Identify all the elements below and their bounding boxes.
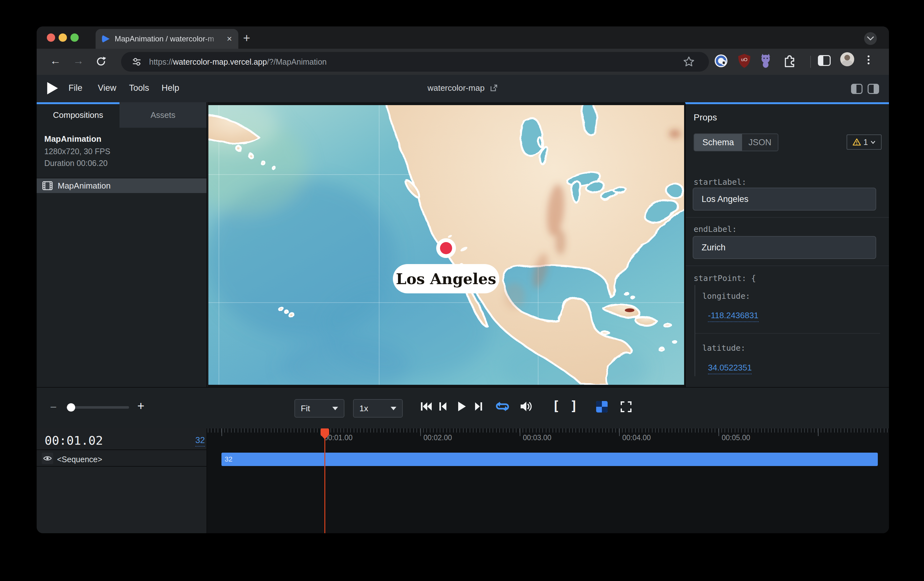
open-external-icon[interactable] (490, 84, 498, 92)
latitude-value[interactable]: 34.0522351 (708, 363, 752, 374)
field-key-endlabel: endLabel: (694, 225, 737, 234)
timeline-left-panel: 00:01.02 32 <Sequence> (36, 428, 207, 533)
tab-compositions[interactable]: Compositions (36, 102, 119, 128)
project-title[interactable]: watercolor-map (427, 83, 485, 93)
sequence-bar-label: 32 (224, 455, 232, 464)
close-tab-icon[interactable]: × (227, 35, 232, 43)
project-title-wrap: watercolor-map (36, 83, 889, 93)
field-key-longitude: longitude: (702, 291, 750, 301)
video-preview-canvas[interactable]: Los Angeles (208, 102, 685, 387)
refined-github-extension-icon[interactable] (759, 53, 773, 68)
sequence-track-bar[interactable]: 32 (221, 453, 878, 466)
bookmark-star-icon[interactable] (683, 56, 695, 68)
extensions-puzzle-icon[interactable] (783, 54, 796, 67)
tab-schema[interactable]: Schema (694, 134, 742, 151)
sequence-layer-name[interactable]: <Sequence> (57, 455, 102, 464)
url-text: https://watercolor-map.vercel.app/?/MapA… (149, 58, 327, 67)
field-key-startpoint: startPoint: { (694, 273, 756, 283)
timeline: 00:01.00 00:02.00 00:03.00 00:04.00 00:0… (36, 428, 889, 533)
composition-item-label: MapAnimation (58, 181, 111, 191)
forward-button[interactable]: → (73, 54, 84, 67)
app-menu-bar: File View Tools Help watercolor-map (36, 75, 889, 102)
map-hispaniola (635, 317, 657, 326)
set-out-point-button[interactable]: ] (570, 398, 578, 413)
longitude-value[interactable]: -118.2436831 (708, 311, 759, 322)
ruler-label: 00:03.00 (523, 433, 551, 442)
current-frame[interactable]: 32 (195, 435, 205, 446)
props-mode-switch: Schema JSON (694, 133, 779, 151)
toggle-right-panel-icon[interactable] (868, 84, 879, 94)
indent-guide (695, 285, 695, 376)
browser-menu-icon[interactable] (868, 54, 870, 66)
speed-dropdown[interactable]: 1x (353, 399, 403, 418)
reload-icon[interactable] (95, 56, 107, 67)
tab-search-button[interactable] (864, 32, 877, 45)
loop-toggle[interactable] (495, 400, 510, 413)
desktop: MapAnimation / watercolor-m × + ← → http… (0, 0, 924, 581)
browser-window: MapAnimation / watercolor-m × + ← → http… (36, 26, 889, 533)
map-cuba-highlight (625, 308, 634, 312)
jump-to-start-button[interactable] (420, 401, 432, 412)
composition-list-item[interactable]: MapAnimation (36, 178, 206, 193)
new-tab-button[interactable]: + (243, 33, 250, 42)
playhead-line (324, 428, 325, 533)
maximize-window-button[interactable] (71, 33, 79, 42)
warning-icon (853, 138, 861, 146)
field-key-startlabel: startLabel: (694, 178, 746, 187)
browser-tab[interactable]: MapAnimation / watercolor-m × (96, 29, 238, 49)
toggle-left-panel-icon[interactable] (851, 84, 863, 94)
profile-avatar[interactable] (840, 52, 854, 66)
volume-button[interactable] (520, 400, 533, 413)
composition-name: MapAnimation (44, 134, 101, 144)
zoom-out-button[interactable]: − (50, 400, 57, 414)
map-marker-dot (440, 242, 452, 254)
player-bar: − + Fit 1x [ ] (36, 387, 889, 428)
composition-duration: Duration 00:06.20 (44, 159, 108, 168)
play-button[interactable] (457, 401, 466, 412)
transparency-toggle[interactable] (596, 401, 607, 413)
zoom-in-button[interactable]: + (137, 399, 144, 413)
remotion-favicon-icon (102, 35, 110, 43)
ublock-extension-icon[interactable]: uO (738, 53, 751, 69)
ruler-label: 00:04.00 (622, 433, 651, 442)
back-button[interactable]: ← (50, 54, 61, 67)
onepassword-extension-icon[interactable] (714, 54, 728, 68)
field-key-latitude: latitude: (702, 343, 745, 352)
startlabel-input[interactable]: Los Angeles (693, 188, 876, 211)
side-panel-icon[interactable] (818, 55, 831, 66)
site-info-icon[interactable] (132, 57, 142, 67)
url-bar[interactable]: https://watercolor-map.vercel.app/?/MapA… (121, 52, 709, 72)
tab-title: MapAnimation / watercolor-m (115, 35, 224, 43)
chevron-down-icon (871, 140, 876, 144)
close-window-button[interactable] (47, 33, 55, 42)
tab-assets[interactable]: Assets (119, 102, 206, 128)
eye-icon (43, 456, 52, 461)
film-icon (42, 181, 53, 190)
composition-specs: 1280x720, 30 FPS (44, 147, 110, 156)
zoom-slider-thumb[interactable] (67, 403, 75, 411)
props-panel: Props Schema JSON 1 startLabel: Los Ange… (685, 102, 889, 387)
fullscreen-button[interactable] (620, 401, 632, 413)
compositions-sidebar: Compositions Assets MapAnimation 1280x72… (36, 102, 207, 387)
timeline-ruler-ticks[interactable] (208, 428, 889, 433)
watercolor-map: Los Angeles (208, 105, 684, 385)
tab-json[interactable]: JSON (742, 134, 778, 151)
jump-to-end-button[interactable] (474, 401, 483, 412)
chevron-down-icon (867, 36, 874, 41)
zoom-slider[interactable] (66, 406, 129, 409)
previous-frame-button[interactable] (439, 401, 447, 412)
current-time: 00:01.02 (45, 433, 103, 448)
svg-text:uO: uO (741, 57, 747, 62)
endlabel-input[interactable]: Zurich (693, 236, 876, 259)
set-in-point-button[interactable]: [ (552, 398, 560, 413)
chevron-down-icon (391, 407, 396, 410)
map-foxe-basin (582, 105, 597, 134)
minimize-window-button[interactable] (59, 33, 67, 42)
warnings-dropdown[interactable]: 1 (846, 135, 882, 150)
props-title: Props (694, 112, 717, 123)
map-label-text: Los Angeles (396, 270, 497, 288)
toolbar-separator (810, 56, 811, 68)
size-dropdown[interactable]: Fit (294, 399, 345, 418)
layer-visibility-toggle[interactable] (42, 453, 53, 464)
ruler-label: 00:05.00 (722, 433, 750, 442)
